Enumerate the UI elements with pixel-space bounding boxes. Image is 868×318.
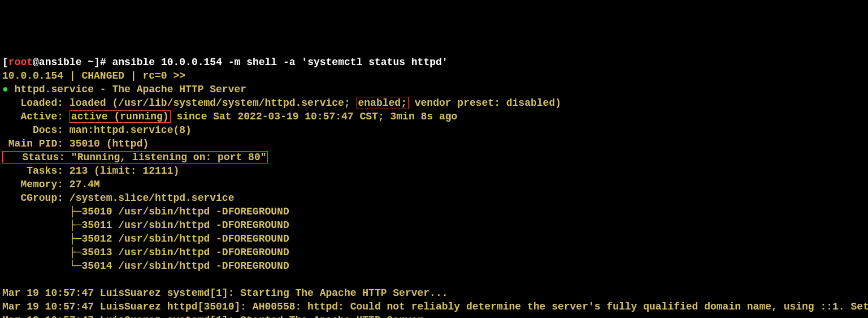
terminal-output[interactable]: [root@ansible ~]# ansible 10.0.0.154 -m … [2,55,866,318]
log-line: Mar 19 10:57:47 LuisSuarez systemd[1]: S… [2,287,448,299]
prompt-bracket: ] [94,57,100,68]
mainpid-value: 35010 (httpd) [70,138,149,149]
active-post: since Sat 2022-03-19 10:57:47 CST; 3min … [171,111,458,122]
enabled-badge: enabled; [357,97,409,109]
loaded-post: vendor preset: disabled) [409,97,561,109]
memory-label: Memory: [2,179,70,190]
service-title: httpd.service - The Apache HTTP Server [8,84,246,95]
ansible-result-header: 10.0.0.154 | CHANGED | rc=0 >> [2,70,185,81]
cgroup-value: /system.slice/httpd.service [70,192,235,204]
prompt-hash: # [100,57,112,68]
status-label: Status: [4,152,71,163]
docs-label: Docs: [2,124,70,136]
prompt-host: ansible [39,57,82,68]
mainpid-label: Main PID: [2,138,70,149]
log-line: Mar 19 10:57:47 LuisSuarez httpd[35010]:… [2,301,868,312]
process-line: ├─35013 /usr/sbin/httpd -DFOREGROUND [2,247,289,258]
command-text: ansible 10.0.0.154 -m shell -a 'systemct… [112,57,448,68]
service-bullet: ● [2,84,8,95]
docs-value: man:httpd.service(8) [70,124,192,136]
status-value: "Running, listening on: port 80" [71,152,267,163]
active-state: active (running) [70,110,171,123]
loaded-label: Loaded: [2,97,70,109]
process-line: ├─35011 /usr/sbin/httpd -DFOREGROUND [2,220,289,231]
status-row: Status: "Running, listening on: port 80" [2,151,268,164]
cgroup-label: CGroup: [2,192,70,204]
loaded-pre: loaded (/usr/lib/systemd/system/httpd.se… [70,97,357,109]
process-line: ├─35010 /usr/sbin/httpd -DFOREGROUND [2,206,289,217]
prompt-bracket: [ [2,57,8,68]
prompt-cwd: ~ [81,57,94,68]
tasks-value: 213 (limit: 12111) [70,165,179,177]
memory-value: 27.4M [70,179,100,190]
prompt-at: @ [33,57,39,68]
active-label: Active: [2,111,70,122]
process-line: ├─35012 /usr/sbin/httpd -DFOREGROUND [2,233,289,244]
tasks-label: Tasks: [2,165,70,177]
process-line: └─35014 /usr/sbin/httpd -DFOREGROUND [2,260,289,272]
log-line: Mar 19 10:57:47 LuisSuarez systemd[1]: S… [2,315,429,318]
prompt-user: root [8,57,33,68]
